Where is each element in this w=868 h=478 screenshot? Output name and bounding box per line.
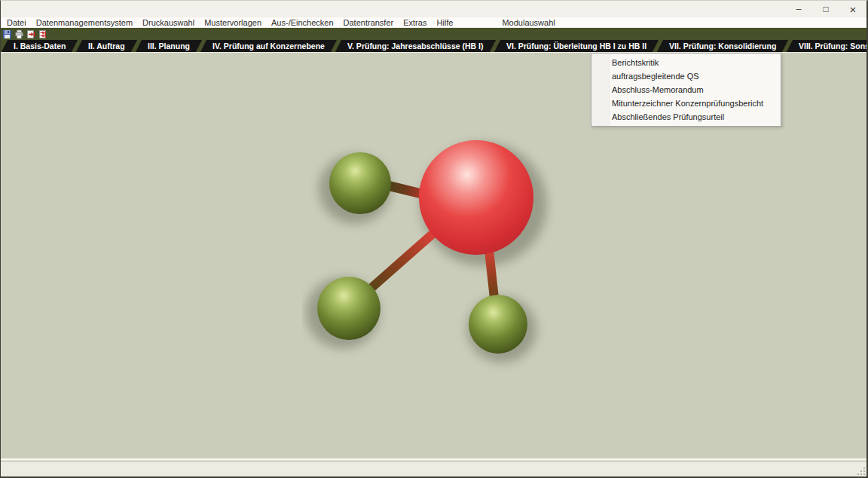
check-in-icon[interactable] bbox=[26, 29, 37, 39]
tab-pruefung-konsolidierung[interactable]: VII. Prüfung: Konsolidierung bbox=[657, 40, 788, 52]
menu-item-auftragsbegleitende-qs[interactable]: auftragsbegleitende QS bbox=[591, 69, 781, 83]
menu-druckauswahl[interactable]: Druckauswahl bbox=[142, 17, 194, 28]
menu-item-abschliessendes-pruefungsurteil[interactable]: Abschließendes Prüfungsurteil bbox=[591, 110, 781, 124]
tab-dropdown-menu: Berichtskritik auftragsbegleitende QS Ab… bbox=[591, 53, 781, 127]
window-controls: – □ × bbox=[785, 1, 866, 17]
menu-datentransfer[interactable]: Datentransfer bbox=[344, 17, 394, 28]
data-transfer-icon[interactable] bbox=[38, 29, 49, 39]
status-bar bbox=[1, 461, 866, 476]
application-window: – □ × Datei Datenmanagementsystem Drucka… bbox=[0, 0, 868, 478]
toolbar bbox=[1, 28, 866, 40]
menu-datenmanagementsystem[interactable]: Datenmanagementsystem bbox=[36, 17, 133, 28]
minimize-button[interactable]: – bbox=[785, 1, 812, 17]
tab-planung[interactable]: III. Planung bbox=[136, 40, 202, 52]
tab-auftrag[interactable]: II. Auftrag bbox=[76, 40, 137, 52]
menu-mustervorlagen[interactable]: Mustervorlagen bbox=[204, 17, 261, 28]
tab-pruefung-konzernebene[interactable]: IV. Prüfung auf Konzernebene bbox=[200, 40, 337, 52]
print-icon[interactable] bbox=[14, 29, 25, 39]
menu-item-mitunterzeichner-konzernpruefungsbericht[interactable]: Mitunterzeichner Konzernprüfungsbericht bbox=[591, 97, 781, 110]
tab-pruefung-sonstige[interactable]: VIII. Prüfung: Sonstige bbox=[787, 40, 866, 52]
save-icon[interactable] bbox=[2, 29, 13, 39]
title-bar: – □ × bbox=[1, 1, 866, 17]
menu-item-berichtskritik[interactable]: Berichtskritik bbox=[591, 56, 781, 69]
maximize-button[interactable]: □ bbox=[812, 1, 839, 17]
tab-basis-daten[interactable]: I. Basis-Daten bbox=[2, 40, 78, 52]
molecule-logo bbox=[302, 121, 558, 378]
menu-datei[interactable]: Datei bbox=[7, 17, 26, 28]
tab-pruefung-ueberleitung[interactable]: VI. Prüfung: Überleitung HB I zu HB II bbox=[494, 40, 658, 52]
resize-grip[interactable] bbox=[856, 466, 866, 476]
tab-pruefung-jahresabschluesse[interactable]: V. Prüfung: Jahresabschlüsse (HB I) bbox=[335, 40, 496, 52]
menu-bar: Datei Datenmanagementsystem Druckauswahl… bbox=[1, 17, 866, 28]
menu-item-abschluss-memorandum[interactable]: Abschluss-Memorandum bbox=[591, 83, 781, 97]
menu-hilfe[interactable]: Hilfe bbox=[436, 17, 453, 28]
main-content-area: Berichtskritik auftragsbegleitende QS Ab… bbox=[1, 52, 866, 458]
menu-extras[interactable]: Extras bbox=[403, 17, 426, 28]
close-button[interactable]: × bbox=[839, 1, 866, 17]
module-tab-strip: I. Basis-Daten II. Auftrag III. Planung … bbox=[1, 40, 866, 52]
menu-aus-einchecken[interactable]: Aus-/Einchecken bbox=[271, 17, 334, 28]
menu-modulauswahl[interactable]: Modulauswahl bbox=[502, 17, 555, 28]
